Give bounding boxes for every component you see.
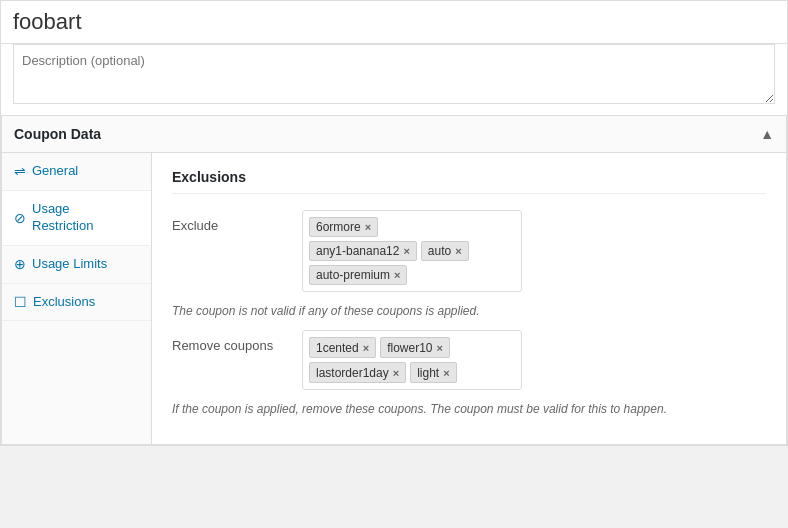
exclude-field-value: 6ormore × any1-banana12 × auto	[302, 210, 766, 292]
usage-restriction-icon: ⊘	[14, 210, 26, 226]
exclude-tag-input[interactable]: 6ormore × any1-banana12 × auto	[302, 210, 522, 292]
tag-light: light ×	[410, 362, 456, 383]
tag-auto: auto ×	[421, 241, 469, 261]
tag-any1-banana12: any1-banana12 ×	[309, 241, 417, 261]
exclusions-label: Exclusions	[33, 294, 95, 311]
title-input[interactable]	[13, 9, 775, 35]
exclude-field-row: Exclude 6ormore × any1-ban	[172, 210, 766, 292]
tag-6ormore-remove[interactable]: ×	[365, 221, 371, 233]
sidebar-item-exclusions[interactable]: ☐ Exclusions	[2, 284, 151, 322]
tag-1cented-text: 1cented	[316, 341, 359, 355]
remove-tag-row-1: 1cented × flower10 ×	[309, 337, 515, 358]
tag-lastorder1day: lastorder1day ×	[309, 362, 406, 383]
remove-coupons-label: Remove coupons	[172, 330, 302, 353]
usage-restriction-label: UsageRestriction	[32, 201, 93, 235]
tag-lastorder1day-remove[interactable]: ×	[393, 367, 399, 379]
tag-any1-banana12-text: any1-banana12	[316, 244, 399, 258]
general-icon: ⇌	[14, 163, 26, 179]
collapse-icon: ▲	[760, 126, 774, 142]
tag-any1-banana12-remove[interactable]: ×	[403, 245, 409, 257]
usage-limits-label: Usage Limits	[32, 256, 107, 273]
title-section	[1, 1, 787, 44]
exclude-tag-row-3: auto-premium ×	[309, 265, 515, 285]
exclude-helper-text: The coupon is not valid if any of these …	[172, 304, 766, 318]
tag-auto-text: auto	[428, 244, 451, 258]
tag-auto-premium-remove[interactable]: ×	[394, 269, 400, 281]
section-title: Exclusions	[172, 169, 766, 194]
coupon-data-body: ⇌ General ⊘ UsageRestriction ⊕ Usage Lim…	[2, 153, 786, 444]
tag-auto-premium-text: auto-premium	[316, 268, 390, 282]
sidebar-item-usage-limits[interactable]: ⊕ Usage Limits	[2, 246, 151, 284]
description-section	[1, 44, 787, 115]
sidebar-item-usage-restriction[interactable]: ⊘ UsageRestriction	[2, 191, 151, 246]
tag-light-remove[interactable]: ×	[443, 367, 449, 379]
page-wrapper: Coupon Data ▲ ⇌ General ⊘ UsageRestricti…	[0, 0, 788, 446]
remove-coupons-field-value: 1cented × flower10 × lastorder	[302, 330, 766, 390]
tag-auto-premium: auto-premium ×	[309, 265, 407, 285]
remove-coupons-helper-text: If the coupon is applied, remove these c…	[172, 402, 766, 416]
remove-coupons-field-row: Remove coupons 1cented × flower10 ×	[172, 330, 766, 390]
remove-coupons-tag-input[interactable]: 1cented × flower10 × lastorder	[302, 330, 522, 390]
exclusions-icon: ☐	[14, 294, 27, 310]
tag-1cented-remove[interactable]: ×	[363, 342, 369, 354]
main-content: Exclusions Exclude 6ormore ×	[152, 153, 786, 444]
sidebar-item-general[interactable]: ⇌ General	[2, 153, 151, 191]
general-label: General	[32, 163, 78, 180]
tag-6ormore: 6ormore ×	[309, 217, 378, 237]
exclude-tag-row-2: any1-banana12 × auto ×	[309, 241, 515, 261]
exclude-tag-row-1: 6ormore ×	[309, 217, 515, 237]
tag-flower10-text: flower10	[387, 341, 432, 355]
coupon-data-title: Coupon Data	[14, 126, 101, 142]
exclude-label: Exclude	[172, 210, 302, 233]
tag-flower10-remove[interactable]: ×	[437, 342, 443, 354]
coupon-data-header[interactable]: Coupon Data ▲	[2, 116, 786, 153]
coupon-data-section: Coupon Data ▲ ⇌ General ⊘ UsageRestricti…	[1, 115, 787, 445]
usage-limits-icon: ⊕	[14, 256, 26, 272]
tag-light-text: light	[417, 366, 439, 380]
sidebar-nav: ⇌ General ⊘ UsageRestriction ⊕ Usage Lim…	[2, 153, 152, 444]
tag-flower10: flower10 ×	[380, 337, 450, 358]
tag-lastorder1day-text: lastorder1day	[316, 366, 389, 380]
tag-1cented: 1cented ×	[309, 337, 376, 358]
description-textarea[interactable]	[13, 44, 775, 104]
remove-tag-row-2: lastorder1day × light ×	[309, 362, 515, 383]
tag-6ormore-text: 6ormore	[316, 220, 361, 234]
tag-auto-remove[interactable]: ×	[455, 245, 461, 257]
